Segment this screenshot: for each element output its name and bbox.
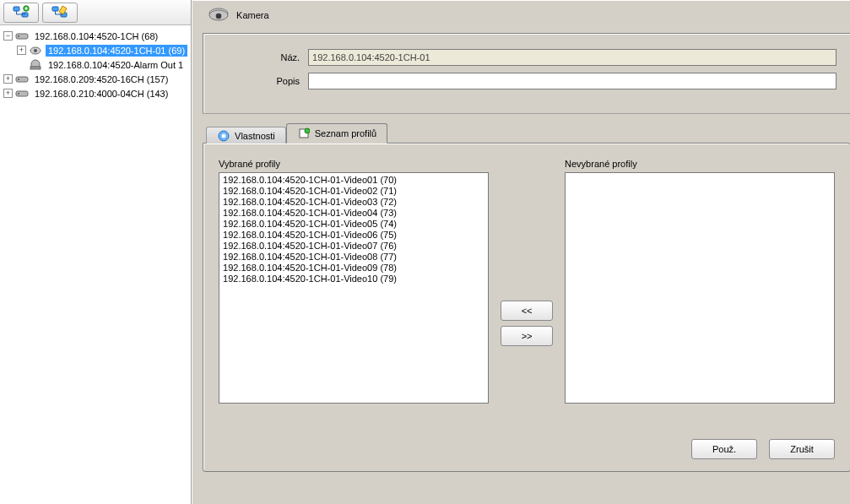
tab-label: Vlastnosti bbox=[235, 131, 275, 141]
dvr-icon bbox=[15, 73, 29, 85]
unselected-profiles-listbox[interactable] bbox=[565, 172, 835, 404]
device-tree[interactable]: − 192.168.0.104:4520-1CH (68) + 192.168.… bbox=[0, 25, 191, 504]
move-left-button[interactable]: << bbox=[501, 301, 553, 321]
tree-label: 192.168.0.209:4520-16CH (157) bbox=[32, 73, 171, 85]
tree-expand-icon[interactable]: + bbox=[3, 74, 13, 84]
tree-node[interactable]: + 192.168.0.210:4000-04CH (143) bbox=[2, 86, 191, 100]
selected-profiles-label: Vybrané profily bbox=[219, 159, 489, 169]
svg-rect-3 bbox=[52, 7, 58, 11]
list-item[interactable]: 192.168.0.104:4520-1CH-01-Video09 (78) bbox=[223, 263, 485, 274]
svg-point-20 bbox=[305, 128, 310, 133]
camera-icon bbox=[29, 45, 42, 57]
list-item[interactable]: 192.168.0.104:4520-1CH-01-Video06 (75) bbox=[223, 230, 485, 241]
tree-label: 192.168.0.210:4000-04CH (143) bbox=[32, 88, 171, 100]
svg-point-18 bbox=[222, 133, 226, 138]
svg-rect-9 bbox=[30, 67, 41, 69]
svg-point-13 bbox=[18, 93, 19, 95]
toolbar-network-edit-button[interactable] bbox=[42, 3, 78, 23]
tree-collapse-icon[interactable]: − bbox=[3, 31, 13, 41]
name-label: Náz. bbox=[217, 52, 308, 62]
list-item[interactable]: 192.168.0.104:4520-1CH-01-Video04 (73) bbox=[223, 208, 485, 219]
tree-expand-icon[interactable]: + bbox=[3, 89, 13, 98]
profiles-icon bbox=[297, 127, 311, 140]
list-item[interactable]: 192.168.0.104:4520-1CH-01-Video05 (74) bbox=[223, 219, 485, 230]
svg-point-6 bbox=[18, 35, 19, 37]
tab-properties[interactable]: Vlastnosti bbox=[206, 127, 286, 144]
desc-input[interactable] bbox=[308, 73, 836, 89]
tree-label: 192.168.0.104:4520-Alarm Out 1 bbox=[46, 59, 186, 71]
tree-label: 192.168.0.104:4520-1CH (68) bbox=[32, 30, 160, 42]
alarm-icon bbox=[29, 59, 42, 71]
toolbar-network-add-button[interactable] bbox=[3, 3, 39, 23]
tree-expand-icon[interactable]: + bbox=[17, 46, 26, 55]
form-area: Náz. Popis bbox=[203, 33, 850, 114]
dvr-icon bbox=[15, 30, 29, 42]
tab-bar: Vlastnosti Seznam profilů bbox=[203, 122, 850, 143]
left-panel: − 192.168.0.104:4520-1CH (68) + 192.168.… bbox=[0, 0, 192, 504]
tab-profiles[interactable]: Seznam profilů bbox=[286, 123, 387, 144]
list-item[interactable]: 192.168.0.104:4520-1CH-01-Video08 (77) bbox=[223, 252, 485, 263]
tree-label: 192.168.0.104:4520-1CH-01 (69) bbox=[46, 45, 187, 57]
panel-title: Kamera bbox=[236, 10, 269, 20]
camera-header-icon bbox=[208, 6, 230, 24]
toolbar bbox=[0, 0, 191, 25]
svg-point-11 bbox=[18, 79, 19, 80]
tree-node[interactable]: + 192.168.0.209:4520-16CH (157) bbox=[2, 72, 191, 86]
svg-point-16 bbox=[216, 14, 222, 19]
name-input[interactable] bbox=[308, 49, 836, 66]
unselected-profiles-label: Nevybrané profily bbox=[565, 159, 835, 169]
list-item[interactable]: 192.168.0.104:4520-1CH-01-Video01 (70) bbox=[223, 175, 485, 186]
list-item[interactable]: 192.168.0.104:4520-1CH-01-Video02 (71) bbox=[223, 186, 485, 197]
list-item[interactable]: 192.168.0.104:4520-1CH-01-Video10 (79) bbox=[223, 274, 485, 285]
move-right-button[interactable]: >> bbox=[501, 326, 553, 346]
list-item[interactable]: 192.168.0.104:4520-1CH-01-Video07 (76) bbox=[223, 241, 485, 252]
tree-spacer bbox=[17, 60, 26, 69]
right-panel: Kamera Náz. Popis Vlastnosti bbox=[192, 0, 850, 504]
svg-rect-0 bbox=[14, 7, 19, 11]
panel-header: Kamera bbox=[192, 1, 850, 28]
apply-button[interactable]: Použ. bbox=[691, 439, 757, 459]
tab-label: Seznam profilů bbox=[315, 128, 376, 138]
properties-icon bbox=[217, 129, 230, 143]
tree-node[interactable]: − 192.168.0.104:4520-1CH (68) bbox=[2, 29, 191, 43]
desc-label: Popis bbox=[217, 76, 308, 86]
tab-body: Vybrané profily 192.168.0.104:4520-1CH-0… bbox=[203, 143, 850, 472]
dual-list: Vybrané profily 192.168.0.104:4520-1CH-0… bbox=[219, 159, 835, 404]
selected-profiles-listbox[interactable]: 192.168.0.104:4520-1CH-01-Video01 (70)19… bbox=[219, 172, 489, 404]
svg-point-8 bbox=[34, 49, 37, 52]
list-item[interactable]: 192.168.0.104:4520-1CH-01-Video03 (72) bbox=[223, 197, 485, 208]
tree-node[interactable]: 192.168.0.104:4520-Alarm Out 1 bbox=[2, 57, 191, 72]
tree-node[interactable]: + 192.168.0.104:4520-1CH-01 (69) bbox=[2, 43, 191, 57]
dvr-icon bbox=[15, 88, 29, 100]
cancel-button[interactable]: Zrušit bbox=[769, 439, 835, 459]
